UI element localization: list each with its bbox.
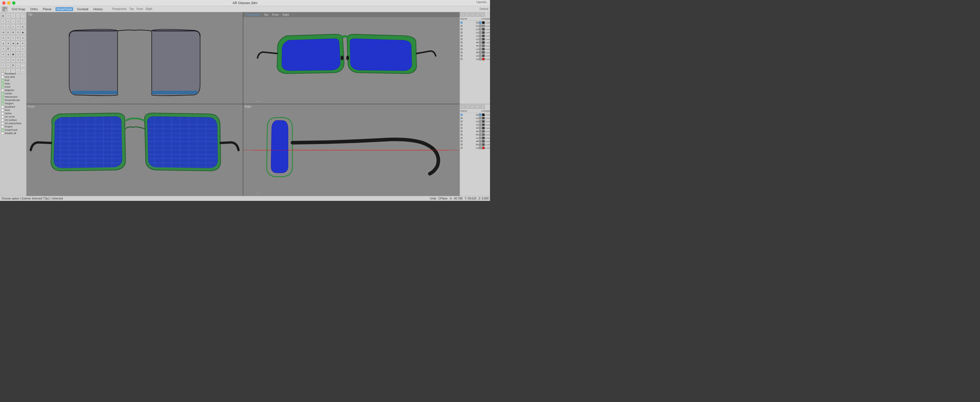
snap-one-shot-checkbox[interactable] bbox=[2, 76, 4, 78]
snap-point-checkbox[interactable] bbox=[2, 86, 4, 88]
layer-tool-1[interactable]: + bbox=[460, 13, 465, 17]
tool-g4[interactable]: ⌅ bbox=[16, 46, 21, 51]
tool-j2[interactable]: ⌗ bbox=[6, 63, 11, 68]
tool-i2[interactable]: ↪ bbox=[6, 57, 11, 62]
layer-line-swatch[interactable] bbox=[482, 35, 485, 37]
tool-i3[interactable]: ↫ bbox=[11, 57, 16, 62]
tool-h1[interactable]: ✦ bbox=[1, 52, 6, 57]
tool-g5[interactable]: ⌆ bbox=[21, 46, 25, 51]
layer2-row-hidden[interactable]: ★hidden Cont... bbox=[460, 140, 490, 143]
tool-f5[interactable]: ⬆ bbox=[21, 41, 25, 46]
layer2-color[interactable] bbox=[479, 117, 482, 119]
tool-g3[interactable]: ⌇ bbox=[11, 46, 16, 51]
tab-right[interactable]: Right bbox=[282, 13, 290, 17]
layer2-swatch[interactable] bbox=[482, 117, 485, 119]
layer2-color[interactable] bbox=[479, 143, 482, 146]
layer-color-swatch[interactable] bbox=[479, 51, 482, 54]
layer2-swatch[interactable] bbox=[482, 146, 485, 149]
layer-color-swatch[interactable] bbox=[479, 54, 482, 57]
layer-line-swatch[interactable] bbox=[482, 41, 485, 44]
snap-intersection-checkbox[interactable] bbox=[2, 96, 4, 98]
snap-quadrant[interactable]: Quadrant bbox=[0, 105, 25, 108]
layer2-swatch[interactable] bbox=[482, 113, 485, 116]
viewport-right[interactable]: Right bbox=[243, 104, 460, 196]
layer2-color[interactable] bbox=[479, 120, 482, 123]
layer-row-05[interactable]: Layer 05 Cont... bbox=[460, 38, 490, 41]
snap-tangent[interactable]: Tangent bbox=[0, 102, 25, 105]
snap-quadrant-checkbox[interactable] bbox=[2, 106, 4, 108]
layer-line-swatch[interactable] bbox=[482, 44, 485, 47]
layer-line-swatch[interactable] bbox=[482, 51, 485, 54]
layer-color-swatch[interactable] bbox=[479, 21, 482, 24]
snap-center[interactable]: Center bbox=[0, 92, 25, 95]
layer-line-swatch[interactable] bbox=[482, 31, 485, 34]
vp-tab-top[interactable]: Top bbox=[129, 8, 134, 11]
layer-color-swatch[interactable] bbox=[479, 35, 482, 37]
layer2-row-lines2[interactable]: lines Cont... bbox=[460, 143, 490, 146]
snap-end-checkbox[interactable] bbox=[2, 79, 4, 82]
layer-row-00[interactable]: Layer 00 Cont... bbox=[460, 54, 490, 57]
snap-smarttrack-checkbox[interactable] bbox=[2, 129, 4, 131]
snap-midpoint[interactable]: Midpoint bbox=[0, 89, 25, 92]
tool-c3[interactable]: △ bbox=[11, 24, 16, 29]
layer2-swatch[interactable] bbox=[482, 133, 485, 136]
tool-g2[interactable]: ≣ bbox=[6, 46, 11, 51]
layer2-color[interactable] bbox=[479, 123, 482, 126]
layer2-row-03[interactable]: Layer 03 Cont... bbox=[460, 116, 490, 120]
tool-h5[interactable]: ⬡ bbox=[21, 52, 25, 57]
layer2-swatch[interactable] bbox=[482, 130, 485, 133]
layer2-swatch[interactable] bbox=[482, 127, 485, 129]
tool-j1[interactable]: ⌖ bbox=[1, 63, 6, 68]
snap-tangent-checkbox[interactable] bbox=[2, 102, 4, 105]
tab-top[interactable]: Top bbox=[263, 13, 269, 17]
tool-c1[interactable]: ▷ bbox=[1, 24, 6, 29]
layer-line-swatch[interactable] bbox=[482, 48, 485, 51]
tool-e1[interactable]: ⟳ bbox=[1, 35, 6, 40]
layer2-row-lines1[interactable]: lines Cont... bbox=[460, 133, 490, 136]
snap-vertex[interactable]: Vertex bbox=[0, 112, 25, 115]
planar-btn[interactable]: Planar bbox=[42, 7, 53, 11]
tool-d2[interactable]: ⊟ bbox=[6, 30, 11, 35]
tool-line[interactable]: / bbox=[11, 13, 16, 18]
tab-perspective[interactable]: Perspective bbox=[245, 13, 261, 17]
layer2-color[interactable] bbox=[479, 137, 482, 139]
gumball-btn[interactable]: Gumball bbox=[76, 7, 89, 11]
layer2-swatch[interactable] bbox=[482, 123, 485, 126]
snap-persistent[interactable]: Persistent bbox=[0, 72, 25, 75]
tool-c4[interactable]: ✂ bbox=[16, 24, 21, 29]
tool-c5[interactable]: ⊕ bbox=[21, 24, 25, 29]
tool-i1[interactable]: ↩ bbox=[1, 57, 6, 62]
snap-end[interactable]: End bbox=[0, 79, 25, 82]
layer2-row-05[interactable]: Layer 05 Cont... bbox=[460, 123, 490, 126]
vp-tab-front[interactable]: Front bbox=[137, 8, 143, 11]
layer-color-swatch[interactable] bbox=[479, 38, 482, 41]
layer2-color[interactable] bbox=[479, 127, 482, 129]
tool-curve[interactable]: ~ bbox=[16, 13, 21, 18]
tool-f4[interactable]: ▶ bbox=[16, 41, 21, 46]
tool-b2[interactable]: ◇ bbox=[6, 19, 11, 24]
tool-select[interactable]: ▶ bbox=[1, 13, 6, 18]
layer2-color[interactable] bbox=[479, 130, 482, 133]
tool-b4[interactable]: ⬡ bbox=[16, 19, 21, 24]
layer2-color[interactable] bbox=[479, 146, 482, 149]
window-controls[interactable] bbox=[2, 2, 16, 5]
tool-d3[interactable]: ⊠ bbox=[11, 30, 16, 35]
snap-on-surface-checkbox[interactable] bbox=[2, 119, 4, 121]
tool-b1[interactable]: □ bbox=[1, 19, 6, 24]
layer2-tool-1[interactable]: + bbox=[460, 105, 465, 109]
layer-row-01[interactable]: Layer 01 Cont... bbox=[460, 57, 490, 61]
snap-on-curve-checkbox[interactable] bbox=[2, 116, 4, 118]
tool-f1[interactable]: ▲ bbox=[1, 41, 6, 46]
layer-line-swatch[interactable] bbox=[482, 21, 485, 24]
layer2-color[interactable] bbox=[479, 140, 482, 143]
snap-on-curve[interactable]: On curve bbox=[0, 115, 25, 118]
layer-line-swatch[interactable] bbox=[482, 54, 485, 57]
history-btn[interactable]: History bbox=[92, 7, 104, 11]
layer2-color[interactable] bbox=[479, 133, 482, 136]
layer2-row-visible[interactable]: ★visible Cont... bbox=[460, 130, 490, 133]
snap-intersection[interactable]: Intersection bbox=[0, 95, 25, 99]
layer-line-swatch[interactable] bbox=[482, 58, 485, 60]
tool-d4[interactable]: ⊡ bbox=[16, 30, 21, 35]
snap-near-checkbox[interactable] bbox=[2, 83, 4, 85]
vp-tab-perspective[interactable]: Perspective bbox=[112, 8, 126, 11]
